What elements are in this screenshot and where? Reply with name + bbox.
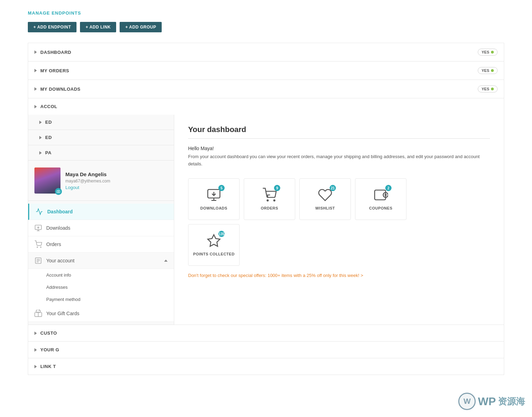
svg-point-12 (40, 247, 41, 247)
sub-label-pa: PA (45, 150, 51, 155)
add-group-button[interactable]: + ADD GROUP (120, 22, 162, 32)
nav-item-downloads[interactable]: Downloads (28, 220, 174, 236)
dashboard-description: From your account dashboard you can view… (188, 153, 490, 168)
chevron-right-icon (34, 348, 37, 352)
dashboard-title: Your dashboard (188, 125, 490, 134)
svg-point-4 (42, 170, 46, 173)
status-badge-my-downloads: YES (478, 85, 498, 92)
coupons-stat-label: COUPONES (369, 206, 393, 210)
svg-point-24 (274, 200, 275, 201)
nav-label-orders: Orders (46, 242, 61, 247)
coupons-badge: 2 (385, 185, 392, 191)
stat-card-coupons[interactable]: 2 COUPONES (355, 178, 406, 220)
orders-stat-label: ORDERS (261, 206, 278, 210)
sub-label-ed1: ED (45, 120, 52, 125)
nav-subitem-payment-method[interactable]: Payment method (28, 293, 174, 305)
remaining-endpoints: CUSTO YOUR G LINK T (28, 325, 504, 375)
downloads-badge: 5 (218, 185, 225, 191)
nav-label-gift-cards: Your Gift Cards (46, 311, 79, 316)
add-endpoint-button[interactable]: + ADD ENDPOINT (28, 22, 76, 32)
svg-point-2 (43, 173, 52, 183)
your-account-toggle[interactable]: Your account (28, 253, 174, 269)
chevron-right-icon (34, 105, 37, 108)
svg-marker-28 (208, 235, 220, 246)
left-nav: Dashboard Downloads (28, 201, 174, 325)
yes-dot-icon (491, 88, 494, 90)
sub-endpoint-pa[interactable]: PA (28, 145, 174, 161)
yes-dot-icon (491, 69, 494, 72)
user-info: Maya De Angelis maya67@yithemes.com Logo… (65, 171, 110, 190)
left-panel: ED ED PA (28, 115, 174, 325)
status-badge-my-orders: YES (478, 67, 498, 74)
endpoint-row-my-downloads[interactable]: MY DOWNLOADS YES (28, 80, 504, 98)
stats-grid: 5 DOWNLOADS 9 (188, 178, 490, 220)
avatar-wrapper (34, 167, 61, 194)
chevron-right-icon (34, 365, 37, 368)
your-account-label: Your account (46, 258, 74, 263)
account-icon (34, 257, 42, 264)
endpoint-label-dashboard: DASHBOARD (40, 50, 71, 55)
wishlist-badge: 21 (330, 185, 336, 191)
camera-icon[interactable] (55, 188, 62, 195)
top-buttons-bar: + ADD ENDPOINT + ADD LINK + ADD GROUP (28, 22, 504, 32)
yes-dot-icon (491, 51, 494, 54)
endpoint-label-link-t: LINK T (40, 364, 56, 369)
chevron-right-icon (34, 69, 37, 72)
nav-label-downloads: Downloads (46, 225, 70, 231)
endpoint-list: DASHBOARD YES MY ORDERS YES MY DOWNLOADS (28, 43, 504, 115)
nav-subitem-addresses[interactable]: Addresses (28, 281, 174, 293)
nav-subitem-account-info[interactable]: Account info (28, 269, 174, 281)
svg-point-23 (267, 200, 268, 201)
nav-item-orders[interactable]: Orders (28, 236, 174, 253)
logout-link[interactable]: Logout (65, 185, 110, 190)
endpoint-row-link-t[interactable]: LINK T (28, 358, 504, 375)
chevron-right-icon (34, 87, 37, 91)
endpoint-row-your-g[interactable]: YOUR G (28, 341, 504, 358)
account-submenu: Account info Addresses Payment method (28, 269, 174, 305)
orders-nav-icon (34, 240, 42, 248)
nav-item-gift-cards[interactable]: Your Gift Cards (28, 305, 174, 322)
endpoint-row-account[interactable]: ACCOL (28, 98, 504, 115)
chevron-right-icon (39, 121, 42, 124)
stat-card-orders[interactable]: 9 ORDERS (244, 178, 295, 220)
svg-point-1 (41, 167, 54, 182)
stat-card-wishlist[interactable]: 21 WISHLIST (299, 178, 351, 220)
sub-label-ed2: ED (45, 135, 52, 140)
svg-point-11 (37, 247, 38, 247)
svg-point-5 (49, 170, 52, 173)
downloads-nav-icon (34, 224, 42, 232)
status-badge-dashboard: YES (478, 49, 498, 56)
chevron-right-icon (39, 136, 42, 139)
chevron-up-icon (164, 260, 168, 262)
endpoint-row-dashboard[interactable]: DASHBOARD YES (28, 43, 504, 61)
add-link-button[interactable]: + ADD LINK (80, 22, 116, 32)
points-grid: 135 POINTS COLLECTED (188, 224, 490, 266)
special-offer-link[interactable]: Don't forget to check our special offers… (188, 273, 490, 278)
endpoint-row-custo[interactable]: CUSTO (28, 325, 504, 341)
endpoint-label-account: ACCOL (40, 104, 57, 109)
sub-endpoint-ed1[interactable]: ED (28, 115, 174, 130)
nav-item-dashboard[interactable]: Dashboard (28, 204, 174, 220)
nav-your-account: Your account Account info Addresses Paym… (28, 253, 174, 305)
endpoint-label-my-downloads: MY DOWNLOADS (40, 87, 81, 92)
endpoint-label-custo: CUSTO (40, 330, 57, 336)
user-name: Maya De Angelis (65, 171, 110, 177)
svg-point-6 (58, 191, 59, 192)
dashboard-divider (188, 138, 490, 139)
nav-label-dashboard: Dashboard (47, 209, 73, 214)
overlay-panel: ED ED PA (28, 115, 504, 325)
orders-badge: 9 (274, 185, 280, 191)
user-email: maya67@yithemes.com (65, 179, 110, 183)
user-profile: Maya De Angelis maya67@yithemes.com Logo… (28, 161, 174, 201)
endpoint-row-my-orders[interactable]: MY ORDERS YES (28, 61, 504, 80)
sub-endpoint-ed2[interactable]: ED (28, 130, 174, 145)
chevron-right-icon (39, 151, 42, 155)
wishlist-stat-label: WISHLIST (315, 206, 335, 210)
endpoint-label-my-orders: MY ORDERS (40, 68, 69, 73)
chevron-right-icon (34, 50, 37, 54)
points-badge: 135 (218, 231, 225, 237)
stat-card-downloads[interactable]: 5 DOWNLOADS (188, 178, 240, 220)
stat-card-points[interactable]: 135 POINTS COLLECTED (188, 224, 240, 266)
downloads-stat-label: DOWNLOADS (200, 206, 227, 210)
dashboard-icon (35, 208, 43, 215)
